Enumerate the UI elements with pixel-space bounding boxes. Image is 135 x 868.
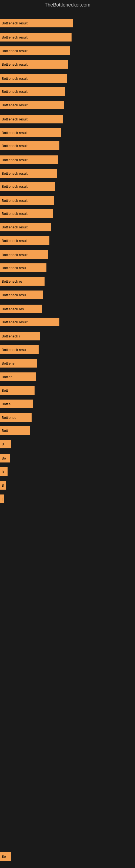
bottleneck-bar[interactable]: Bottleneck re — [0, 277, 45, 286]
bar-label: Bottlenec — [2, 415, 16, 420]
bottleneck-bar[interactable]: Bottleneck result — [0, 115, 63, 123]
bar-row: Bottleneck r — [0, 332, 40, 340]
bottleneck-bar[interactable]: Bottleneck res — [0, 305, 42, 313]
bottleneck-bar[interactable]: Bottleneck result — [0, 19, 73, 27]
bar-row: Bottleneck result — [0, 33, 72, 41]
bottleneck-bar[interactable]: B — [0, 467, 8, 476]
bottleneck-bar[interactable]: B — [0, 481, 6, 490]
bottleneck-bar[interactable]: Bott — [0, 386, 35, 395]
bottleneck-bar[interactable]: Bottlenec — [0, 413, 32, 422]
bar-row: Bottleneck result — [0, 141, 59, 150]
bar-row: Bott — [0, 426, 30, 435]
bottleneck-bar[interactable]: Bottleneck result — [0, 223, 51, 231]
bar-label: Bottleneck result — [2, 253, 28, 257]
bar-label: Bottleneck result — [2, 198, 28, 203]
bar-label: Bottleneck result — [2, 158, 28, 162]
bottleneck-bar[interactable]: Bottleneck result — [0, 182, 55, 191]
bottleneck-bar[interactable]: Bott — [0, 426, 30, 435]
bar-label: Bottleneck result — [2, 172, 28, 176]
bar-row: B — [0, 440, 11, 448]
bar-label: | — [2, 497, 2, 501]
bottleneck-bar[interactable]: Bottleneck result — [0, 46, 70, 55]
bar-label: Bottler — [2, 375, 12, 379]
bottleneck-bar[interactable]: Bottleneck result — [0, 155, 58, 164]
bottleneck-bar[interactable]: Bottleneck result — [0, 141, 59, 150]
bottleneck-bar[interactable]: B — [0, 440, 11, 448]
bar-label: Bottleneck resu — [2, 348, 26, 352]
bar-row: B — [0, 481, 6, 490]
bar-label: Bottleneck resu — [2, 293, 26, 297]
bar-label: Bottleneck result — [2, 184, 28, 188]
bottleneck-bar[interactable]: Bottleneck result — [0, 236, 49, 245]
bar-label: Bottleneck result — [2, 62, 28, 66]
bar-row: Bottleneck res — [0, 305, 42, 313]
bar-label: Bottleneck result — [2, 320, 28, 324]
bottleneck-bar[interactable]: Bottleneck result — [0, 169, 57, 178]
bar-label: Bottleneck resu — [2, 266, 26, 270]
bar-row: Bottleneck result — [0, 46, 70, 55]
bar-label: Bottleneck res — [2, 307, 24, 311]
bar-row: Bottleneck result — [0, 182, 55, 191]
bar-label: Bottleneck result — [2, 49, 28, 53]
bar-label: B — [2, 442, 4, 446]
bar-row: Bo — [0, 852, 11, 861]
bar-row: Bottlenec — [0, 413, 32, 422]
bottleneck-bar[interactable]: Bottleneck result — [0, 196, 54, 205]
bar-label: Bottleneck result — [2, 117, 28, 121]
bottleneck-bar[interactable]: Bottler — [0, 372, 36, 381]
bottleneck-bar[interactable]: Bottleneck resu — [0, 345, 39, 354]
bottleneck-bar[interactable]: Bottleneck resu — [0, 264, 46, 272]
bottleneck-bar[interactable]: Bottleneck result — [0, 101, 64, 109]
bar-row: Bottleneck result — [0, 209, 53, 218]
bottleneck-bar[interactable]: Bottleneck result — [0, 128, 61, 137]
bar-label: Bottleneck re — [2, 279, 22, 283]
bar-row: | — [0, 495, 4, 503]
bar-label: Bott — [2, 389, 8, 393]
bar-row: Bo — [0, 454, 10, 463]
bottleneck-bar[interactable]: Bo — [0, 454, 10, 463]
bottleneck-bar[interactable]: Bottleneck r — [0, 332, 40, 340]
bar-row: Bottleneck re — [0, 277, 45, 286]
bar-row: Bottleneck resu — [0, 345, 39, 354]
bottleneck-bar[interactable]: Bottleneck result — [0, 209, 53, 218]
bar-label: Bottleneck result — [2, 21, 28, 25]
bottleneck-bar[interactable]: Bottleneck result — [0, 87, 65, 96]
bar-label: Bottleneck result — [2, 131, 28, 135]
bar-row: B — [0, 467, 8, 476]
bar-row: Bottleneck result — [0, 60, 68, 69]
bar-label: Bottleneck result — [2, 90, 28, 94]
bar-label: Bottleneck result — [2, 212, 28, 216]
chart-container: Bottleneck resultBottleneck resultBottle… — [0, 11, 135, 868]
bottleneck-bar[interactable]: Bottleneck result — [0, 318, 59, 326]
bottleneck-bar[interactable]: Bottleneck result — [0, 60, 68, 69]
bar-label: B — [2, 470, 4, 474]
bar-row: Bottleneck resu — [0, 290, 43, 299]
bar-label: Bottlene — [2, 361, 14, 365]
bottleneck-bar[interactable]: | — [0, 495, 4, 503]
bottleneck-bar[interactable]: Bottleneck result — [0, 250, 48, 259]
bottleneck-bar[interactable]: Bottleneck resu — [0, 290, 43, 299]
site-title: TheBottlenecker.com — [0, 0, 135, 11]
bar-row: Bottleneck result — [0, 155, 58, 164]
bar-row: Bottleneck result — [0, 196, 54, 205]
bottleneck-bar[interactable]: Bottleneck result — [0, 33, 72, 41]
bar-label: Bottleneck result — [2, 76, 28, 81]
bar-row: Bottleneck result — [0, 169, 57, 178]
bar-label: B — [2, 484, 4, 488]
bar-label: Bottleneck result — [2, 225, 28, 229]
bar-label: Bottleneck result — [2, 103, 28, 107]
bar-label: Bottle — [2, 402, 10, 406]
bar-row: Bottlene — [0, 359, 37, 368]
bar-row: Bottleneck result — [0, 223, 51, 231]
bar-row: Bottleneck result — [0, 115, 63, 123]
bar-row: Bottleneck result — [0, 128, 61, 137]
bar-row: Bottleneck result — [0, 318, 59, 326]
bottleneck-bar[interactable]: Bottlene — [0, 359, 37, 368]
bottleneck-bar[interactable]: Bottle — [0, 400, 33, 408]
bar-label: Bottleneck result — [2, 144, 28, 148]
bar-row: Bottleneck result — [0, 87, 65, 96]
bar-row: Bottleneck result — [0, 236, 49, 245]
bar-row: Bottle — [0, 400, 33, 408]
bottleneck-bar[interactable]: Bottleneck result — [0, 74, 67, 83]
bottleneck-bar[interactable]: Bo — [0, 852, 11, 861]
